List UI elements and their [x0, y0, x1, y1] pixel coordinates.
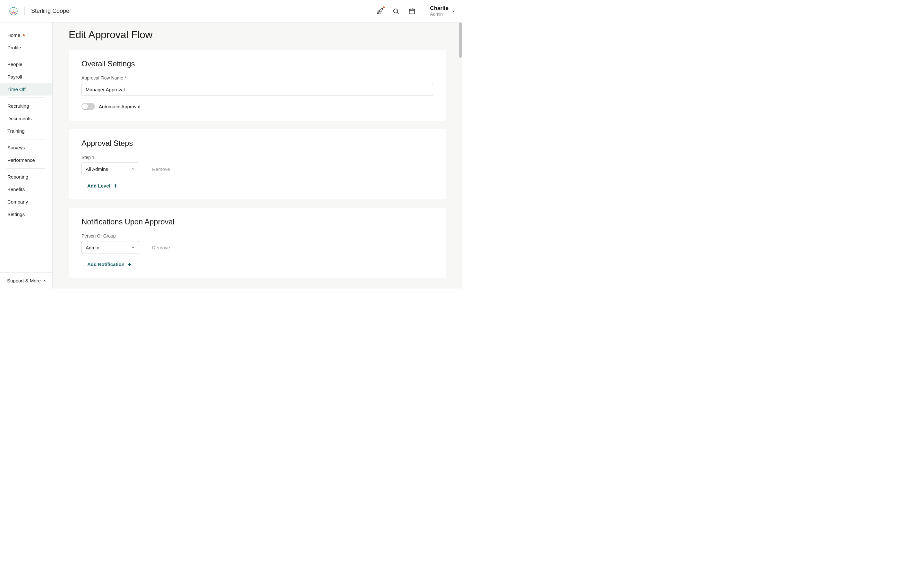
support-more-button[interactable]: Support & More — [0, 272, 52, 288]
sidebar-item-people[interactable]: People — [0, 58, 52, 71]
nav-label: Performance — [7, 157, 35, 163]
nav-label: Surveys — [7, 145, 25, 150]
scroll-thumb[interactable] — [459, 23, 462, 58]
sidebar-item-settings[interactable]: Settings — [0, 208, 52, 221]
notification-dot-icon — [23, 34, 25, 36]
select-value: All Admins — [86, 166, 108, 172]
app-logo[interactable] — [9, 7, 18, 16]
company-name: Sterling Cooper — [31, 8, 71, 15]
nav-label: Time Off — [7, 87, 26, 92]
svg-point-4 — [394, 9, 398, 13]
nav-label: Benefits — [7, 187, 25, 192]
scrollbar[interactable] — [459, 23, 462, 288]
plus-icon — [113, 184, 118, 188]
notifications-card: Notifications Upon Approval Person Or Gr… — [69, 208, 446, 278]
chevron-up-icon — [43, 279, 47, 283]
sidebar-item-home[interactable]: Home — [0, 29, 52, 41]
sidebar-item-company[interactable]: Company — [0, 195, 52, 208]
nav-label: Recruiting — [7, 103, 29, 109]
remove-notification-button[interactable]: Remove — [152, 245, 170, 250]
nav-label: Profile — [7, 45, 21, 50]
main-content: Edit Approval Flow Overall Settings Appr… — [53, 23, 462, 288]
logo-swirl-icon — [9, 7, 18, 16]
page-title: Edit Approval Flow — [69, 29, 446, 41]
sidebar-item-training[interactable]: Training — [0, 125, 52, 137]
approval-steps-title: Approval Steps — [81, 139, 433, 148]
header-actions: Charlie Admin — [376, 5, 456, 17]
rocket-icon — [376, 8, 383, 15]
sidebar-item-payroll[interactable]: Payroll — [0, 71, 52, 83]
nav-divider — [7, 97, 45, 98]
sidebar-item-surveys[interactable]: Surveys — [0, 141, 52, 154]
automatic-approval-toggle[interactable] — [81, 103, 95, 110]
nav-divider — [7, 56, 45, 56]
nav-label: Payroll — [7, 74, 22, 79]
add-level-button[interactable]: Add Level — [87, 183, 433, 189]
chevron-down-icon — [131, 245, 135, 250]
nav-divider — [7, 168, 45, 169]
person-or-group-select[interactable]: Admin — [81, 241, 139, 254]
svg-rect-5 — [409, 9, 415, 14]
automatic-approval-label: Automatic Approval — [99, 104, 140, 109]
remove-step-button[interactable]: Remove — [152, 166, 170, 172]
header-divider — [24, 7, 25, 15]
sidebar-item-recruiting[interactable]: Recruiting — [0, 100, 52, 112]
whats-new-button[interactable] — [376, 7, 384, 15]
search-icon — [393, 8, 399, 15]
nav-label: Settings — [7, 211, 25, 217]
nav-label: Home — [7, 32, 20, 38]
user-menu[interactable]: Charlie Admin — [430, 5, 456, 17]
plus-icon — [128, 263, 132, 266]
nav-label: Documents — [7, 116, 32, 121]
sidebar-item-reporting[interactable]: Reporting — [0, 171, 52, 183]
sidebar-item-performance[interactable]: Performance — [0, 154, 52, 166]
step-1-label: Step 1 — [81, 155, 433, 160]
search-button[interactable] — [392, 7, 400, 15]
nav-label: Training — [7, 128, 25, 134]
sidebar-item-benefits[interactable]: Benefits — [0, 183, 52, 195]
svg-point-3 — [13, 11, 14, 12]
user-role: Admin — [430, 11, 449, 17]
approval-steps-card: Approval Steps Step 1 All Admins Remove … — [69, 129, 446, 199]
support-label: Support & More — [7, 278, 41, 284]
top-header: Sterling Cooper Charlie — [0, 0, 462, 23]
approval-flow-name-label: Approval Flow Name * — [81, 75, 433, 81]
nav-label: People — [7, 61, 23, 67]
calendar-icon — [409, 8, 415, 15]
notifications-title: Notifications Upon Approval — [81, 218, 433, 226]
user-name: Charlie — [430, 5, 449, 11]
add-level-label: Add Level — [87, 183, 110, 189]
toggle-knob — [82, 103, 88, 109]
select-value: Admin — [86, 245, 99, 250]
chevron-down-icon — [452, 9, 456, 13]
nav-label: Company — [7, 199, 28, 205]
nav-label: Reporting — [7, 174, 28, 179]
sidebar-item-documents[interactable]: Documents — [0, 112, 52, 125]
sidebar-item-time-off[interactable]: Time Off — [0, 83, 52, 95]
notification-dot-icon — [383, 6, 384, 8]
person-or-group-label: Person Or Group — [81, 234, 433, 239]
overall-settings-card: Overall Settings Approval Flow Name * Au… — [69, 50, 446, 121]
approval-flow-name-input[interactable] — [81, 83, 433, 96]
overall-settings-title: Overall Settings — [81, 59, 433, 68]
add-notification-button[interactable]: Add Notification — [87, 261, 433, 267]
sidebar-nav: Home Profile People Payroll Time Off Rec… — [0, 23, 52, 272]
calendar-button[interactable] — [408, 7, 416, 15]
sidebar-item-profile[interactable]: Profile — [0, 41, 52, 54]
add-notification-label: Add Notification — [87, 261, 124, 267]
chevron-down-icon — [131, 167, 135, 171]
sidebar: Home Profile People Payroll Time Off Rec… — [0, 23, 53, 288]
step-1-approver-select[interactable]: All Admins — [81, 163, 139, 175]
